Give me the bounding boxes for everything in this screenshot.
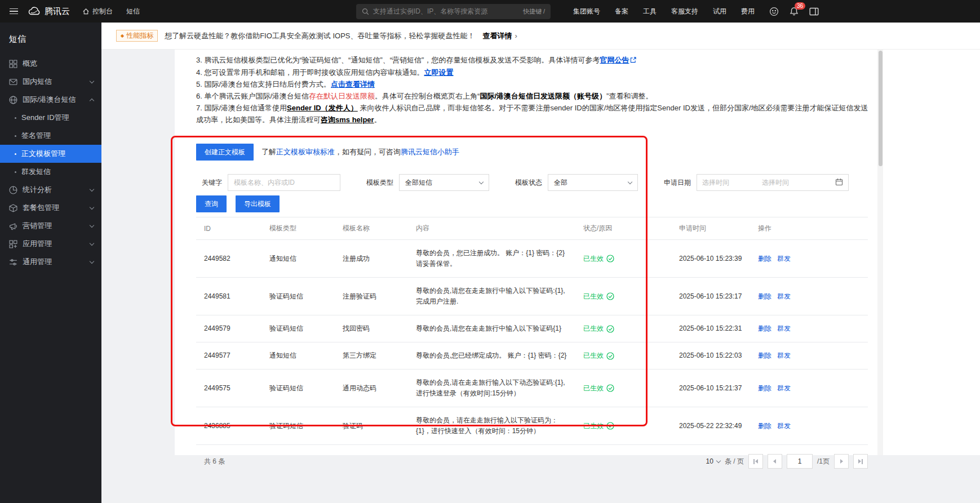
diamond-icon: ◆ xyxy=(121,34,124,38)
bulk-send-link[interactable]: 群发 xyxy=(777,384,791,392)
sidebar-item-package[interactable]: 套餐包管理 xyxy=(0,199,101,217)
template-type-value: 全部短信 xyxy=(405,178,432,188)
template-toolbar: 创建正文模板 了解正文模板审核标准，如有疑问，可咨询腾讯云短信小助手 xyxy=(196,144,877,161)
topbar-link-billing[interactable]: 费用 xyxy=(741,7,755,16)
bulk-send-link[interactable]: 群发 xyxy=(777,422,791,430)
cell-type: 验证码短信 xyxy=(261,315,335,342)
table-row: 2449575 验证码短信 通用动态码 尊敬的会员,请在走走旅行输入以下动态验证… xyxy=(196,370,868,407)
delete-link[interactable]: 删除 xyxy=(758,384,771,392)
tencent-cloud-logo[interactable]: 腾讯云 xyxy=(27,6,76,17)
cell-id: 2449575 xyxy=(196,370,261,407)
app-tab-sms[interactable]: 短信 xyxy=(119,0,147,23)
sidebar-item-domestic-sms[interactable]: 国内短信 xyxy=(0,73,101,91)
global-search-input[interactable]: 支持通过实例ID、IP、名称等搜索资源 快捷键 / xyxy=(356,4,551,19)
create-template-button[interactable]: 创建正文模板 xyxy=(196,144,254,161)
chevron-down-icon xyxy=(90,186,94,191)
header-time: 申请时间 xyxy=(671,217,750,240)
sidebar-item-overview[interactable]: 概览 xyxy=(0,55,101,73)
delete-link[interactable]: 删除 xyxy=(758,292,771,300)
sidebar-item-body-template[interactable]: 正文模板管理 xyxy=(0,145,101,163)
home-icon xyxy=(82,8,90,15)
setup-now-link[interactable]: 立即设置 xyxy=(424,68,453,77)
note-5: 5. 国际/港澳台短信支持日结后付费方式。点击查看详情 xyxy=(196,78,871,90)
sidebar-item-signature[interactable]: 签名管理 xyxy=(0,127,101,145)
console-layout-icon[interactable] xyxy=(809,7,819,16)
cell-time: 2025-06-10 15:23:17 xyxy=(671,278,750,315)
sidebar-item-sender-id[interactable]: Sender ID管理 xyxy=(0,109,101,127)
chevron-down-icon xyxy=(716,458,721,462)
bulk-send-link[interactable]: 群发 xyxy=(777,351,791,359)
cell-id: 2436885 xyxy=(196,407,261,445)
bulk-send-link[interactable]: 群发 xyxy=(777,324,791,332)
content-scrollbar[interactable] xyxy=(877,50,883,455)
sidebar-item-intl-sms[interactable]: 国际/港澳台短信 xyxy=(0,91,101,109)
view-details-link[interactable]: 点击查看详情 xyxy=(331,80,375,88)
delete-link[interactable]: 删除 xyxy=(758,255,771,262)
topbar-link-tools[interactable]: 工具 xyxy=(643,7,657,16)
sidebar-item-statistics[interactable]: 统计分析 xyxy=(0,181,101,199)
sms-assistant-link[interactable]: 腾讯云短信小助手 xyxy=(401,148,459,156)
promo-detail-link[interactable]: 查看详情 › xyxy=(483,31,517,41)
sidebar-item-app-management[interactable]: 应用管理 xyxy=(0,235,101,253)
promo-tag: ◆ 性能指标 xyxy=(116,30,158,42)
promo-tag-label: 性能指标 xyxy=(126,31,153,41)
console-link[interactable]: 控制台 xyxy=(76,0,119,23)
sidebar-item-marketing[interactable]: 营销管理 xyxy=(0,217,101,235)
official-announcement-link[interactable]: 官网公告 xyxy=(600,56,629,64)
delete-link[interactable]: 删除 xyxy=(758,422,771,430)
cell-actions: 删除群发 xyxy=(750,407,868,445)
topbar-link-support[interactable]: 客服支持 xyxy=(671,7,698,16)
main-content: 3. 腾讯云短信模板类型已优化为“验证码短信”、“通知短信”、“营销短信”，您的… xyxy=(175,50,980,455)
delete-link[interactable]: 删除 xyxy=(758,351,771,359)
sidebar: 短信 概览 国内短信 国际/港澳台短信 Sender ID管理 签名管理 正文模… xyxy=(0,23,101,503)
export-template-button[interactable]: 导出模板 xyxy=(236,195,280,212)
scrollbar-thumb[interactable] xyxy=(879,51,883,166)
template-status-select[interactable]: 全部 xyxy=(548,174,638,191)
notification-bell-icon[interactable]: 36 xyxy=(790,7,799,16)
first-page-button[interactable] xyxy=(748,454,763,469)
date-end-placeholder: 选择时间 xyxy=(762,178,789,188)
cell-status: 已生效 xyxy=(575,315,671,342)
sidebar-item-general-management[interactable]: 通用管理 xyxy=(0,253,101,271)
topbar-link-trial[interactable]: 试用 xyxy=(713,7,726,16)
cell-status: 已生效 xyxy=(575,342,671,370)
hamburger-menu-icon[interactable] xyxy=(0,0,27,23)
prev-page-button[interactable] xyxy=(768,454,782,469)
query-button[interactable]: 查询 xyxy=(196,195,227,212)
keyword-input[interactable] xyxy=(228,174,340,191)
cell-actions: 删除群发 xyxy=(750,370,868,407)
next-page-button[interactable] xyxy=(834,454,849,469)
cell-name: 注册验证码 xyxy=(335,278,408,315)
cell-content: 尊敬的会员,请在走走旅行输入以下动态验证码:{1},进行快速登录（有效时间:15… xyxy=(408,370,575,407)
bulk-send-link[interactable]: 群发 xyxy=(777,292,791,300)
delete-link[interactable]: 删除 xyxy=(758,324,771,332)
globe-icon xyxy=(9,96,17,104)
table-row: 2449577 通知短信 第三方绑定 尊敬的会员,您已经绑定成功。 账户：{1}… xyxy=(196,342,868,370)
cell-type: 通知短信 xyxy=(261,342,335,370)
page-size-select[interactable]: 10 xyxy=(706,457,720,465)
topbar-link-group-account[interactable]: 集团账号 xyxy=(573,7,600,16)
first-page-icon xyxy=(753,459,755,464)
topbar-link-icp[interactable]: 备案 xyxy=(615,7,628,16)
keyword-label: 关键字 xyxy=(202,178,222,188)
date-start-placeholder: 选择时间 xyxy=(702,178,729,188)
template-type-select[interactable]: 全部短信 xyxy=(399,174,489,191)
last-page-button[interactable] xyxy=(853,454,868,469)
sms-helper-link[interactable]: 咨询sms helper xyxy=(321,115,374,124)
mail-icon xyxy=(9,78,17,86)
date-range-picker[interactable]: 选择时间 选择时间 xyxy=(697,174,849,191)
note-3: 3. 腾讯云短信模板类型已优化为“验证码短信”、“通知短信”、“营销短信”，您的… xyxy=(196,54,871,66)
sidebar-item-bulk-sms[interactable]: 群发短信 xyxy=(0,163,101,181)
bulk-send-link[interactable]: 群发 xyxy=(777,255,791,262)
sliders-icon xyxy=(9,258,17,266)
review-standard-link[interactable]: 正文模板审核标准 xyxy=(276,148,335,156)
cell-name: 第三方绑定 xyxy=(335,342,408,370)
cell-id: 2449581 xyxy=(196,278,261,315)
header-status: 状态/原因 xyxy=(575,217,671,240)
assistant-smile-icon[interactable] xyxy=(769,7,779,16)
page-total-label: /1页 xyxy=(817,457,830,466)
sender-id-link[interactable]: Sender ID（发件人） xyxy=(287,104,358,112)
calendar-icon xyxy=(835,178,843,188)
apply-date-label: 申请日期 xyxy=(664,178,691,188)
page-number-input[interactable] xyxy=(787,454,813,469)
